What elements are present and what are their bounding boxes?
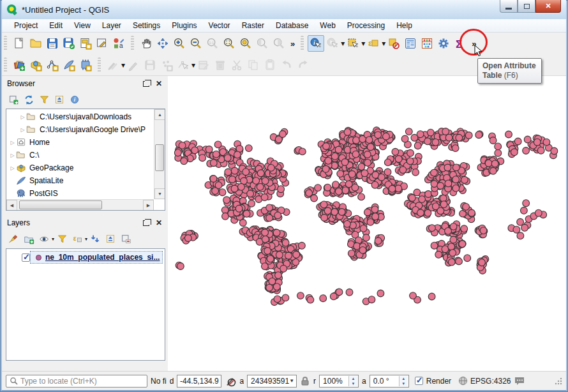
menu-item-help[interactable]: Help <box>391 20 418 31</box>
pan-map-button[interactable] <box>138 35 154 52</box>
zoom-in-button[interactable] <box>171 35 188 52</box>
new-virtual-layer-button[interactable] <box>77 57 94 73</box>
save-project-as-button[interactable] <box>61 35 77 52</box>
expander-icon[interactable]: ▷ <box>19 127 26 133</box>
locator-search-input[interactable]: Type to locate (Ctrl+K) <box>6 375 147 388</box>
toolbar-overflow-icon[interactable]: » <box>287 39 297 49</box>
menu-item-vector[interactable]: Vector <box>203 20 236 31</box>
filter-by-expression-button[interactable]: ε <box>70 231 85 246</box>
menu-item-edit[interactable]: Edit <box>43 20 68 31</box>
save-project-button[interactable] <box>44 35 61 52</box>
scroll-up-icon[interactable]: ▲ <box>154 109 165 120</box>
minimize-button[interactable] <box>500 0 518 13</box>
properties-info-button[interactable]: i <box>67 92 82 107</box>
menu-item-layer[interactable]: Layer <box>96 20 127 31</box>
menu-item-database[interactable]: Database <box>270 20 314 31</box>
browser-item-c[interactable]: ▷C:\ <box>6 149 154 162</box>
browser-close-button[interactable]: ✕ <box>154 79 164 89</box>
refresh-button[interactable] <box>21 92 36 107</box>
scroll-right-icon[interactable]: ▶ <box>143 200 154 211</box>
resize-grip[interactable] <box>555 377 562 385</box>
pan-to-selection-button[interactable] <box>154 35 171 52</box>
expander-icon[interactable]: ▷ <box>9 140 16 146</box>
processing-toolbox-button[interactable] <box>435 35 452 52</box>
toolbar-handle[interactable] <box>4 36 7 51</box>
filter-legend-button[interactable] <box>54 231 70 246</box>
remove-layer-button[interactable] <box>118 231 133 246</box>
expander-icon[interactable]: ▷ <box>9 153 16 158</box>
maximize-button[interactable] <box>518 0 535 13</box>
spin-down-icon[interactable]: ▼ <box>349 381 357 386</box>
browser-item-geopackage[interactable]: ▷GeoPackage <box>6 162 154 174</box>
add-selected-layer-button[interactable] <box>6 92 21 107</box>
menu-item-processing[interactable]: Processing <box>341 20 391 31</box>
new-project-button[interactable] <box>11 35 27 52</box>
collapse-all-button[interactable] <box>52 92 67 107</box>
zoom-full-button[interactable] <box>221 35 237 52</box>
layers-close-button[interactable]: ✕ <box>154 218 164 228</box>
magnifier-spinbox[interactable]: 100% ▲▼ <box>319 375 359 388</box>
select-by-expression-button[interactable]: ε <box>365 35 382 52</box>
menu-item-project[interactable]: Project <box>8 20 43 31</box>
scale-combobox[interactable]: 243493591▼ <box>247 375 297 388</box>
browser-item-spatialite[interactable]: SpatiaLite <box>6 174 154 187</box>
toolbar-overflow-icon[interactable]: » <box>468 39 478 49</box>
scroll-left-icon[interactable]: ◀ <box>6 200 17 211</box>
open-project-button[interactable] <box>27 35 44 52</box>
layer-name[interactable]: ne_10m_populated_places_si... <box>45 253 160 262</box>
toolbar-handle[interactable] <box>301 36 304 51</box>
menu-item-web[interactable]: Web <box>314 20 341 31</box>
open-attribute-table-button[interactable] <box>402 35 419 52</box>
show-layout-manager-button[interactable] <box>94 35 110 52</box>
rotation-spinbox[interactable]: 0.0 ° ▲▼ <box>370 375 409 388</box>
toolbar-handle[interactable] <box>4 57 7 73</box>
crs-status[interactable]: EPSG:4326 <box>458 376 511 386</box>
collapse-all-layers-button[interactable] <box>103 231 118 246</box>
identify-features-button[interactable]: i <box>308 35 324 52</box>
select-features-button[interactable] <box>345 35 361 52</box>
spin-down-icon[interactable]: ▼ <box>400 381 408 386</box>
render-toggle[interactable]: Render <box>415 377 451 386</box>
scroll-down-icon[interactable]: ▼ <box>154 188 165 199</box>
browser-horizontal-scrollbar[interactable]: ◀ ▶ <box>6 199 154 210</box>
style-manager-button[interactable]: a <box>110 35 127 52</box>
menu-item-view[interactable]: View <box>68 20 96 31</box>
browser-item-home[interactable]: ▷Home <box>6 136 154 149</box>
open-layer-styling-button[interactable] <box>6 231 21 246</box>
layer-visibility-checkbox[interactable] <box>22 253 30 262</box>
add-group-button[interactable] <box>21 231 36 246</box>
new-print-layout-button[interactable] <box>77 35 94 52</box>
menu-item-plugins[interactable]: Plugins <box>166 20 202 31</box>
expander-icon[interactable]: ▷ <box>19 114 26 120</box>
browser-item-postgis[interactable]: PostGIS <box>6 187 154 200</box>
layer-row[interactable]: ne_10m_populated_places_si... <box>22 250 163 264</box>
scrollbar-thumb[interactable] <box>19 200 102 209</box>
toolbar-handle[interactable] <box>98 57 101 73</box>
browser-item-c-users-ujaval-google-drive-p[interactable]: ▷C:\Users\ujaval\Google Drive\P <box>6 123 154 136</box>
render-checkbox[interactable] <box>415 377 423 385</box>
menu-item-raster[interactable]: Raster <box>236 20 270 31</box>
messages-icon[interactable] <box>514 376 525 386</box>
menu-item-settings[interactable]: Settings <box>127 20 166 31</box>
filter-browser-button[interactable] <box>36 92 52 107</box>
layers-float-button[interactable] <box>141 218 151 228</box>
toggle-extents-icon[interactable] <box>225 375 236 387</box>
browser-vertical-scrollbar[interactable]: ▲ ▼ <box>154 109 165 199</box>
toolbar-handle[interactable] <box>131 36 134 51</box>
statistical-summary-button[interactable] <box>419 35 435 52</box>
new-shapefile-layer-button[interactable] <box>44 57 61 73</box>
lock-scale-icon[interactable] <box>300 376 310 386</box>
coordinate-display[interactable]: -44.5,134.9 <box>177 375 221 388</box>
spin-up-icon[interactable]: ▲ <box>349 376 357 381</box>
new-geopackage-layer-button[interactable] <box>27 57 44 73</box>
expand-all-button[interactable] <box>87 231 103 246</box>
browser-item-c-users-ujaval-downloads[interactable]: ▷C:\Users\ujaval\Downloads <box>6 110 154 123</box>
deselect-features-button[interactable] <box>385 35 402 52</box>
close-button[interactable]: ✕ <box>535 0 561 13</box>
expander-icon[interactable]: ▷ <box>9 165 16 171</box>
spin-up-icon[interactable]: ▲ <box>400 376 408 381</box>
new-spatialite-layer-button[interactable] <box>61 57 77 73</box>
zoom-out-button[interactable] <box>188 35 204 52</box>
zoom-to-selection-button[interactable] <box>237 35 254 52</box>
scrollbar-thumb[interactable] <box>155 144 164 171</box>
